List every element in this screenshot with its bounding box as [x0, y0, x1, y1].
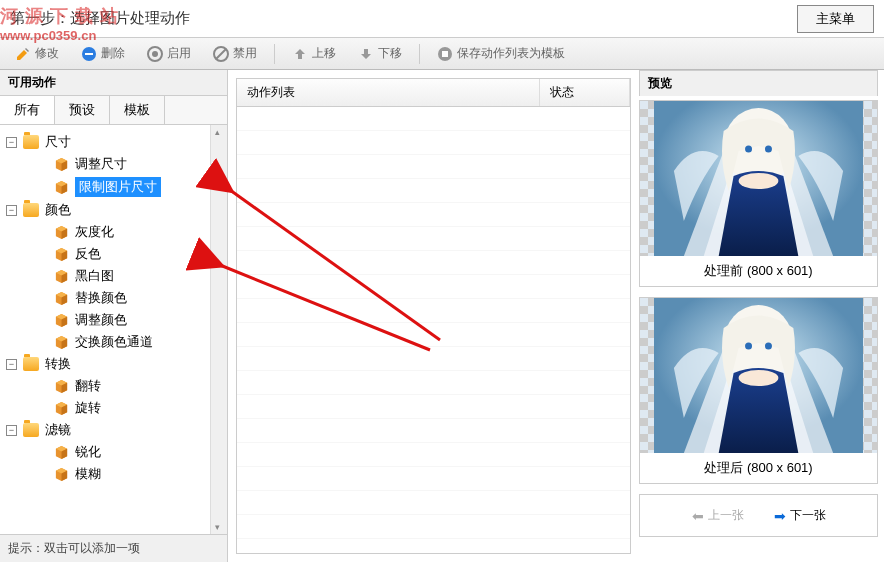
cube-icon — [54, 180, 69, 195]
tab-all[interactable]: 所有 — [0, 96, 55, 124]
app-header: 第一步：选择图片处理动作 主菜单 — [0, 0, 884, 38]
svg-rect-1 — [85, 53, 93, 55]
item-label: 旋转 — [75, 399, 101, 417]
tree-folder[interactable]: − 尺寸 — [4, 131, 223, 153]
tree-folder[interactable]: − 转换 — [4, 353, 223, 375]
tree-folder[interactable]: − 颜色 — [4, 199, 223, 221]
tree-item[interactable]: 锐化 — [4, 441, 223, 463]
col-status[interactable]: 状态 — [540, 79, 630, 106]
tab-preset[interactable]: 预设 — [55, 96, 110, 124]
tree-item[interactable]: 调整颜色 — [4, 309, 223, 331]
item-label: 模糊 — [75, 465, 101, 483]
action-tree: − 尺寸 调整尺寸 限制图片尺寸 − 颜色 灰度化 反色 黑白图 替换颜色 调整… — [0, 125, 227, 534]
main-menu-button[interactable]: 主菜单 — [797, 5, 874, 33]
col-action[interactable]: 动作列表 — [237, 79, 540, 106]
toolbar-separator — [419, 44, 420, 64]
svg-point-3 — [152, 51, 158, 57]
available-actions-header: 可用动作 — [0, 70, 227, 96]
folder-icon — [23, 203, 39, 217]
cube-icon — [54, 467, 69, 482]
collapse-icon[interactable]: − — [6, 359, 17, 370]
preview-header: 预览 — [639, 70, 878, 96]
list-body[interactable] — [237, 107, 630, 553]
step-title: 第一步：选择图片处理动作 — [10, 9, 190, 28]
arrow-right-icon: ➡ — [774, 508, 786, 524]
item-label: 翻转 — [75, 377, 101, 395]
preview-panel: 预览 — [639, 70, 884, 562]
cube-icon — [54, 225, 69, 240]
list-header: 动作列表 状态 — [237, 79, 630, 107]
anime-illustration — [654, 298, 863, 453]
move-down-button[interactable]: 下移 — [349, 41, 411, 66]
toolbar-separator — [274, 44, 275, 64]
cube-icon — [54, 379, 69, 394]
preview-after-box: 处理后 (800 x 601) — [639, 297, 878, 484]
cube-icon — [54, 157, 69, 172]
tree-item[interactable]: 限制图片尺寸 — [4, 175, 223, 199]
tree-item[interactable]: 灰度化 — [4, 221, 223, 243]
folder-icon — [23, 423, 39, 437]
edit-label: 修改 — [35, 45, 59, 62]
action-tabs: 所有 预设 模板 — [0, 96, 227, 125]
edit-button[interactable]: 修改 — [6, 41, 68, 66]
tab-template[interactable]: 模板 — [110, 96, 165, 124]
cube-icon — [54, 291, 69, 306]
edit-icon — [15, 46, 31, 62]
preview-nav: ⬅ 上一张 ➡ 下一张 — [639, 494, 878, 537]
item-label: 锐化 — [75, 443, 101, 461]
item-label: 黑白图 — [75, 267, 114, 285]
svg-point-16 — [765, 343, 772, 350]
disable-label: 禁用 — [233, 45, 257, 62]
enable-icon — [147, 46, 163, 62]
collapse-icon[interactable]: − — [6, 425, 17, 436]
delete-icon — [81, 46, 97, 62]
enable-label: 启用 — [167, 45, 191, 62]
cube-icon — [54, 335, 69, 350]
hint-bar: 提示：双击可以添加一项 — [0, 534, 227, 562]
collapse-icon[interactable]: − — [6, 205, 17, 216]
move-up-button[interactable]: 上移 — [283, 41, 345, 66]
preview-after-caption: 处理后 (800 x 601) — [640, 453, 877, 483]
save-icon — [437, 46, 453, 62]
svg-point-10 — [745, 146, 752, 153]
move-up-label: 上移 — [312, 45, 336, 62]
folder-label: 转换 — [45, 355, 71, 373]
save-template-button[interactable]: 保存动作列表为模板 — [428, 41, 574, 66]
collapse-icon[interactable]: − — [6, 137, 17, 148]
tree-item[interactable]: 旋转 — [4, 397, 223, 419]
cube-icon — [54, 269, 69, 284]
tree-folder[interactable]: − 滤镜 — [4, 419, 223, 441]
toolbar: 修改 删除 启用 禁用 上移 下移 保存动作列表为模板 — [0, 38, 884, 70]
disable-button[interactable]: 禁用 — [204, 41, 266, 66]
folder-label: 尺寸 — [45, 133, 71, 151]
tree-item[interactable]: 黑白图 — [4, 265, 223, 287]
item-label: 替换颜色 — [75, 289, 127, 307]
move-down-label: 下移 — [378, 45, 402, 62]
svg-point-17 — [739, 370, 779, 386]
arrow-down-icon — [358, 46, 374, 62]
next-image-button[interactable]: ➡ 下一张 — [765, 503, 835, 528]
svg-point-11 — [765, 146, 772, 153]
tree-scrollbar[interactable] — [210, 125, 227, 534]
item-label: 反色 — [75, 245, 101, 263]
preview-before-box: 处理前 (800 x 601) — [639, 100, 878, 287]
delete-button[interactable]: 删除 — [72, 41, 134, 66]
tree-item[interactable]: 模糊 — [4, 463, 223, 485]
cube-icon — [54, 445, 69, 460]
tree-item[interactable]: 翻转 — [4, 375, 223, 397]
svg-rect-7 — [442, 51, 448, 57]
folder-icon — [23, 135, 39, 149]
tree-item[interactable]: 交换颜色通道 — [4, 331, 223, 353]
save-template-label: 保存动作列表为模板 — [457, 45, 565, 62]
tree-item[interactable]: 替换颜色 — [4, 287, 223, 309]
prev-image-button[interactable]: ⬅ 上一张 — [683, 503, 753, 528]
folder-label: 颜色 — [45, 201, 71, 219]
item-label: 灰度化 — [75, 223, 114, 241]
tree-item[interactable]: 调整尺寸 — [4, 153, 223, 175]
enable-button[interactable]: 启用 — [138, 41, 200, 66]
cube-icon — [54, 247, 69, 262]
action-list-panel: 动作列表 状态 — [236, 78, 631, 554]
arrow-up-icon — [292, 46, 308, 62]
arrow-left-icon: ⬅ — [692, 508, 704, 524]
tree-item[interactable]: 反色 — [4, 243, 223, 265]
